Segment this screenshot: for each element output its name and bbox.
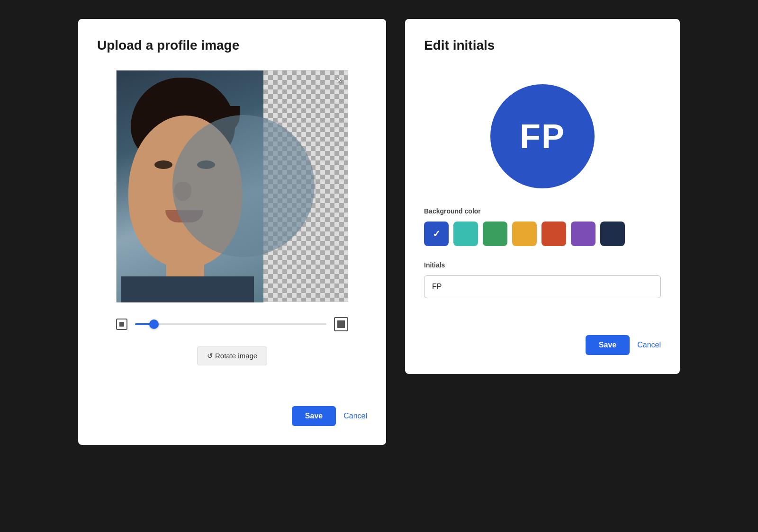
color-swatches-container (424, 222, 661, 246)
avatar-preview: FP (490, 84, 595, 188)
background-color-label: Background color (424, 207, 661, 215)
upload-cancel-button[interactable]: Cancel (343, 412, 367, 420)
shirt (121, 276, 254, 302)
image-editor-area: × (116, 70, 348, 302)
color-swatch-red[interactable] (541, 222, 566, 246)
initials-label: Initials (424, 261, 661, 269)
color-swatch-green[interactable] (483, 222, 507, 246)
eye-left (154, 160, 172, 169)
color-swatch-navy[interactable] (600, 222, 625, 246)
color-swatch-yellow[interactable] (512, 222, 537, 246)
color-swatch-teal[interactable] (453, 222, 478, 246)
initials-cancel-button[interactable]: Cancel (637, 341, 661, 349)
zoom-large-icon (334, 317, 348, 331)
upload-image-panel: Upload a profile image × (78, 19, 386, 445)
zoom-slider-track[interactable] (135, 323, 326, 325)
initials-save-button[interactable]: Save (586, 335, 630, 355)
initials-input[interactable] (424, 275, 661, 298)
edit-initials-actions: Save Cancel (424, 335, 661, 355)
upload-save-button[interactable]: Save (292, 406, 336, 426)
upload-panel-actions: Save Cancel (97, 406, 367, 426)
rotate-image-button[interactable]: ↺ Rotate image (197, 346, 267, 365)
crop-circle-overlay (172, 115, 315, 257)
edit-initials-title: Edit initials (424, 38, 661, 53)
zoom-small-icon (116, 319, 127, 330)
color-swatch-blue[interactable] (424, 222, 449, 246)
zoom-slider-thumb[interactable] (149, 319, 159, 329)
zoom-slider-section (116, 317, 348, 331)
close-image-button[interactable]: × (336, 75, 342, 86)
edit-initials-panel: Edit initials FP Background color Initia… (405, 19, 680, 374)
upload-panel-title: Upload a profile image (97, 38, 367, 53)
avatar-initials-display: FP (520, 117, 565, 156)
color-swatch-purple[interactable] (571, 222, 596, 246)
